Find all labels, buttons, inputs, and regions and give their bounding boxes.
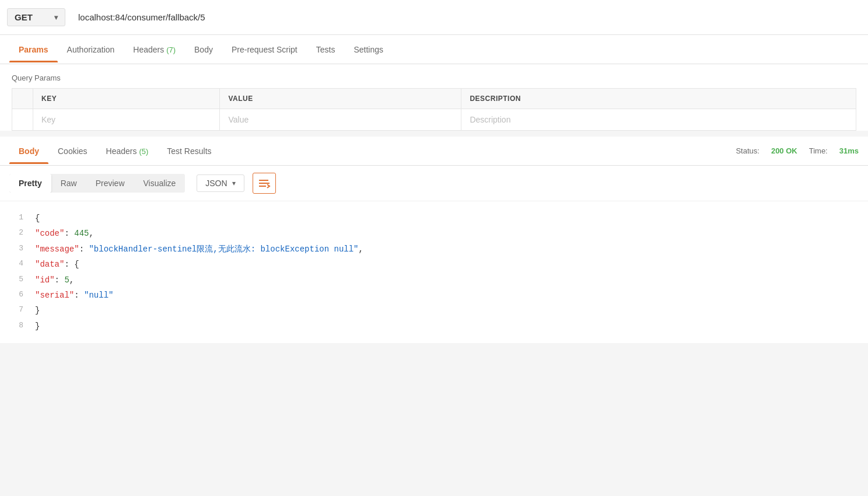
view-btn-visualize[interactable]: Visualize bbox=[134, 174, 186, 193]
tab-headers[interactable]: Headers (7) bbox=[124, 37, 185, 62]
json-line-4: 4 "data": { bbox=[0, 257, 868, 272]
tab-params[interactable]: Params bbox=[9, 37, 58, 62]
value-header: VALUE bbox=[220, 89, 461, 109]
table-row: Key Value Description bbox=[12, 109, 856, 131]
response-tab-cookies[interactable]: Cookies bbox=[48, 138, 97, 164]
view-btn-preview[interactable]: Preview bbox=[86, 174, 134, 193]
json-line-3: 3 "message": "blockHandler-sentinel限流,无此… bbox=[0, 242, 868, 257]
wrap-button[interactable] bbox=[253, 173, 276, 194]
checkbox-header bbox=[12, 89, 33, 109]
value-input-cell[interactable]: Value bbox=[220, 109, 461, 131]
view-btn-pretty[interactable]: Pretty bbox=[9, 174, 51, 193]
view-buttons-group: Pretty Raw Preview Visualize bbox=[9, 174, 185, 193]
description-header: DESCRIPTION bbox=[461, 89, 856, 109]
desc-input-cell[interactable]: Description bbox=[461, 109, 856, 131]
json-line-1: 1 { bbox=[0, 211, 868, 226]
json-line-7: 7 } bbox=[0, 303, 868, 318]
tab-tests[interactable]: Tests bbox=[307, 37, 345, 62]
response-headers-badge: (5) bbox=[139, 147, 148, 156]
response-tab-test-results[interactable]: Test Results bbox=[158, 138, 220, 164]
tab-authorization[interactable]: Authorization bbox=[58, 37, 124, 62]
response-status: Status: 200 OK Time: 31ms bbox=[736, 146, 859, 155]
query-params-section: Query Params KEY VALUE DESCRIPTION Key V… bbox=[0, 64, 868, 131]
view-btn-raw[interactable]: Raw bbox=[51, 174, 86, 193]
response-tab-body[interactable]: Body bbox=[9, 138, 48, 164]
json-line-8: 8 } bbox=[0, 319, 868, 334]
wrap-icon bbox=[258, 178, 271, 188]
format-select[interactable]: JSON ▾ bbox=[197, 174, 244, 192]
json-line-2: 2 "code": 445, bbox=[0, 226, 868, 241]
method-text: GET bbox=[15, 12, 33, 22]
key-input-cell[interactable]: Key bbox=[33, 109, 220, 131]
json-line-6: 6 "serial": "null" bbox=[0, 288, 868, 303]
key-header: KEY bbox=[33, 89, 220, 109]
status-label: Status: bbox=[736, 146, 759, 155]
json-content: 1 { 2 "code": 445, 3 "message": "blockHa… bbox=[0, 211, 868, 334]
format-chevron-icon: ▾ bbox=[232, 179, 236, 187]
request-tabs: Params Authorization Headers (7) Body Pr… bbox=[0, 35, 868, 64]
params-table: KEY VALUE DESCRIPTION Key Value Descript… bbox=[12, 88, 856, 131]
tab-settings[interactable]: Settings bbox=[344, 37, 393, 62]
url-input[interactable] bbox=[71, 8, 861, 27]
tab-body[interactable]: Body bbox=[185, 37, 222, 62]
method-select[interactable]: GET ▾ bbox=[7, 8, 65, 26]
format-label: JSON bbox=[205, 179, 227, 188]
row-checkbox bbox=[12, 109, 33, 131]
tab-pre-request-script[interactable]: Pre-request Script bbox=[222, 37, 307, 62]
query-params-title: Query Params bbox=[12, 74, 856, 82]
headers-badge: (7) bbox=[166, 46, 176, 54]
json-line-5: 5 "id": 5, bbox=[0, 273, 868, 288]
time-label: Time: bbox=[809, 146, 828, 155]
view-options: Pretty Raw Preview Visualize JSON ▾ bbox=[0, 166, 868, 201]
json-content-area: 1 { 2 "code": 445, 3 "message": "blockHa… bbox=[0, 201, 868, 343]
chevron-down-icon: ▾ bbox=[54, 13, 58, 22]
status-value: 200 OK bbox=[771, 146, 797, 155]
response-tabs: Body Cookies Headers (5) Test Results St… bbox=[0, 137, 868, 166]
time-value: 31ms bbox=[839, 146, 859, 155]
url-bar: GET ▾ bbox=[0, 0, 868, 35]
response-section: Body Cookies Headers (5) Test Results St… bbox=[0, 137, 868, 343]
response-tab-headers[interactable]: Headers (5) bbox=[97, 138, 158, 164]
